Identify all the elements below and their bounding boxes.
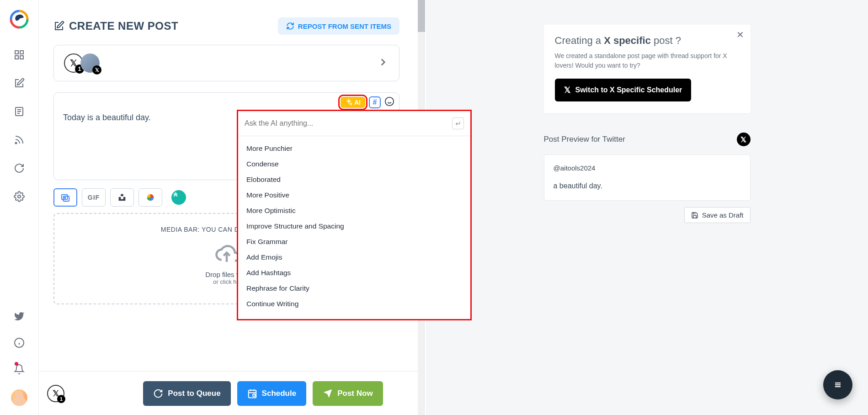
bottom-action-bar: 𝕏 1 Post to Queue Schedule Post Now (39, 371, 418, 415)
media-google-photos-button[interactable] (138, 188, 162, 207)
nav-recycle[interactable] (13, 162, 26, 175)
svg-rect-0 (15, 51, 18, 54)
app-logo (8, 8, 30, 30)
send-icon (323, 388, 333, 399)
ai-suggestion-list: More Punchier Condense Eloborated More P… (238, 136, 470, 319)
upload-cloud-icon (214, 241, 239, 266)
media-gif-button[interactable]: GIF (82, 188, 106, 207)
ai-item[interactable]: Condense (238, 156, 470, 172)
svg-rect-3 (20, 56, 23, 59)
x-badge-icon: 𝕏 (737, 133, 751, 146)
preview-handle: @aitools2024 (554, 164, 741, 172)
switch-label: Switch to X Specific Scheduler (575, 86, 682, 94)
sidebar (0, 0, 39, 415)
tip-close-button[interactable]: ✕ (736, 29, 744, 40)
user-avatar[interactable] (11, 389, 27, 406)
scrollbar-thumb[interactable] (418, 0, 425, 32)
emoji-button[interactable] (384, 96, 394, 108)
repost-button[interactable]: REPOST FROM SENT ITEMS (278, 17, 399, 35)
save-draft-label: Save as Draft (702, 211, 744, 219)
menu-icon (832, 379, 843, 390)
notification-dot (15, 362, 18, 366)
switch-scheduler-button[interactable]: 𝕏 Switch to X Specific Scheduler (555, 79, 692, 101)
nav-notifications[interactable] (13, 363, 26, 376)
ai-item[interactable]: More Punchier (238, 141, 470, 156)
help-fab[interactable] (823, 370, 852, 399)
schedule-button[interactable]: Schedule (237, 381, 307, 406)
sparkle-icon (345, 99, 352, 106)
x-icon: 𝕏 (564, 85, 571, 95)
post-to-queue-button[interactable]: Post to Queue (143, 381, 230, 406)
post-now-button[interactable]: Post Now (313, 381, 383, 406)
nav-settings[interactable] (13, 190, 26, 203)
account-selector[interactable]: 𝕏 1 𝕏 (53, 45, 399, 81)
gif-label: GIF (88, 194, 100, 201)
ai-item[interactable]: More Positive (238, 187, 470, 203)
svg-point-9 (18, 195, 21, 198)
ai-item[interactable]: Continue Writing (238, 296, 470, 312)
svg-point-8 (16, 143, 17, 144)
svg-rect-1 (20, 51, 23, 54)
svg-point-25 (253, 394, 256, 396)
nav-compose[interactable] (13, 77, 26, 90)
ai-item[interactable]: Fix Grammar (238, 234, 470, 250)
queue-label: Post to Queue (168, 389, 220, 398)
ai-popup: ↵ More Punchier Condense Eloborated More… (237, 110, 472, 320)
nav-twitter[interactable] (13, 310, 26, 323)
page-header: CREATE NEW POST REPOST FROM SENT ITEMS (53, 17, 418, 35)
chevron-right-icon (377, 56, 389, 70)
media-image-button[interactable] (53, 188, 77, 207)
compose-icon (53, 21, 64, 32)
schedule-label: Schedule (262, 389, 297, 398)
account-network-badge: 𝕏 (92, 65, 101, 74)
hashtag-button[interactable]: # (369, 96, 381, 108)
repost-label: REPOST FROM SENT ITEMS (298, 22, 391, 30)
preview-text: a beautiful day. (554, 182, 741, 190)
save-draft-button[interactable]: Save as Draft (684, 207, 751, 223)
svg-point-18 (64, 197, 66, 199)
ai-button[interactable]: AI (341, 97, 365, 108)
ai-item[interactable]: Eloborated (238, 172, 470, 187)
ai-item[interactable]: Add Emojis (238, 250, 470, 265)
media-unsplash-button[interactable] (110, 188, 134, 207)
media-more-button[interactable] (167, 188, 191, 207)
ai-label: AI (354, 99, 361, 106)
calendar-icon (247, 388, 257, 399)
ai-item[interactable]: More Optimistic (238, 203, 470, 218)
bottom-account-badge: 1 (57, 395, 65, 403)
save-icon (691, 212, 698, 219)
ai-item[interactable]: Add Hashtags (238, 265, 470, 281)
nav-info[interactable] (13, 336, 26, 349)
ai-submit-button[interactable]: ↵ (452, 117, 464, 129)
ai-item[interactable]: Improve Structure and Spacing (238, 218, 470, 234)
tip-title: Creating a X specific post ? (555, 35, 740, 47)
account-avatar: 𝕏 (80, 53, 100, 73)
preview-header: Post Preview for Twitter 𝕏 (544, 133, 751, 146)
svg-rect-2 (15, 56, 18, 59)
svg-rect-19 (121, 194, 123, 197)
nav-dashboard[interactable] (13, 48, 26, 61)
page-title: CREATE NEW POST (69, 20, 178, 32)
ai-input[interactable] (245, 119, 452, 128)
nav-posts[interactable] (13, 105, 26, 118)
bottom-account-indicator[interactable]: 𝕏 1 (47, 385, 64, 402)
refresh-icon (286, 22, 294, 30)
nav-rss[interactable] (13, 133, 26, 146)
svg-rect-17 (63, 196, 69, 201)
right-panel: ✕ Creating a X specific post ? We create… (426, 0, 868, 415)
tip-card: ✕ Creating a X specific post ? We create… (544, 25, 751, 113)
preview-card: @aitools2024 a beautiful day. (544, 154, 751, 201)
postnow-label: Post Now (337, 389, 373, 398)
ai-item[interactable]: Rephrase for Clarity (238, 281, 470, 296)
queue-icon (153, 388, 163, 399)
svg-point-13 (385, 97, 394, 106)
preview-title: Post Preview for Twitter (544, 135, 625, 144)
tip-body: We created a standalone post page with t… (555, 51, 740, 70)
